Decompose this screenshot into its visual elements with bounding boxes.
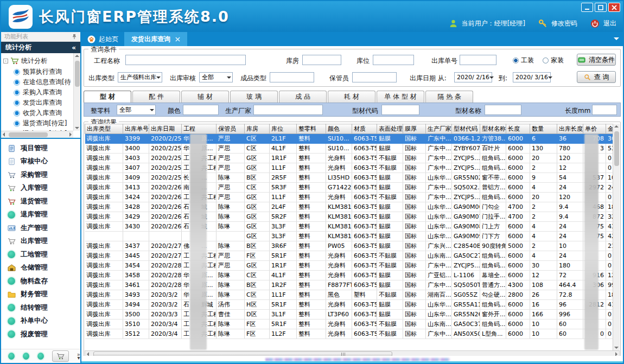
footer-dot-icon[interactable] xyxy=(37,353,44,360)
sidebar-menu-item[interactable]: 退库管理 xyxy=(1,208,80,222)
tree-expander-icon[interactable]: - xyxy=(3,59,8,63)
sidebar-menu-item[interactable]: 采购管理 xyxy=(1,168,80,182)
column-header[interactable]: 出库日期 xyxy=(149,124,182,134)
minimize-button[interactable] xyxy=(581,3,593,12)
tree-item[interactable]: 退货查询[待定] xyxy=(1,118,73,129)
pin-icon[interactable] xyxy=(72,34,77,40)
table-row[interactable]: 调拨出库34072020/2/25工 共工程严思G区1L1F整料光身料6063-… xyxy=(85,163,616,173)
product-type-input[interactable] xyxy=(270,72,314,82)
sidebar-menu-item[interactable]: 补单中心 xyxy=(1,315,80,328)
collapse-icon[interactable]: « xyxy=(72,44,76,52)
project-name-input[interactable] xyxy=(125,55,246,65)
column-header[interactable]: 颜色 xyxy=(326,124,352,134)
audit-select[interactable]: 全部 xyxy=(199,72,233,82)
table-row[interactable]: 调拨出库34942020/3/2石 辉城汤伟H区5R1F整料光身料6063-T5… xyxy=(85,300,616,310)
whole-part-select[interactable]: 全部 xyxy=(117,105,156,115)
clear-conditions-button[interactable]: 清空条件 xyxy=(577,54,616,66)
tab-home[interactable]: 起始页 xyxy=(81,32,124,46)
column-header[interactable]: 出库类型 xyxy=(85,124,123,134)
table-row[interactable]: 调拨出库35002020/3/3工 共工程曹佳D区3L1F整料LT3P60606… xyxy=(85,310,616,320)
sidebar-menu-item[interactable]: 仓储管理 xyxy=(1,261,80,275)
sidebar-menu-item[interactable]: 物料盘存 xyxy=(1,274,80,288)
table-row[interactable]: 调拨出库34452020/2/27工 共工程严思F区5R1F整料光身料6063-… xyxy=(85,251,616,261)
change-password-link[interactable]: 修改密码 xyxy=(551,19,577,28)
keeper-input[interactable] xyxy=(352,72,397,82)
sidebar-menu-item[interactable]: 项目管理 xyxy=(1,142,80,155)
footer-cart-button[interactable] xyxy=(52,350,69,362)
outbound-type-select[interactable]: 生产领料出库 xyxy=(118,72,162,82)
table-row[interactable]: 调拨出库34002020/2/25华 原...严思C区4L1F整料SU10...… xyxy=(85,144,616,154)
material-tab[interactable]: 隔 热 条 xyxy=(425,91,473,103)
sidebar-menu-item[interactable]: 生产管理 xyxy=(1,221,80,235)
material-tab[interactable]: 耗 材 xyxy=(328,91,375,103)
material-tab[interactable]: 玻 璃 xyxy=(230,91,278,103)
maximize-button[interactable] xyxy=(595,3,607,12)
date-from-select[interactable]: 2020/ 2/16 xyxy=(454,72,492,82)
sidebar-menu-item[interactable]: 结转管理 xyxy=(1,301,80,315)
column-header[interactable]: 库房 xyxy=(245,124,270,134)
logout-link[interactable]: 退出 xyxy=(603,19,616,28)
tab-close-icon[interactable] xyxy=(175,37,180,42)
tree-item[interactable]: 发货出库查询 xyxy=(1,98,73,108)
tree-vertical-scrollbar[interactable] xyxy=(73,53,80,131)
column-header[interactable]: 出库单号 xyxy=(123,124,149,134)
table-row[interactable]: 调拨出库34612020/2/28华 原...陈琳B区1R2F整料F8877FT… xyxy=(85,280,616,290)
tree-item[interactable]: 预算执行查询 xyxy=(1,67,73,77)
table-row[interactable]: 调拨出库35122020/3/4工 共工程陈琳F区1L2F整料光身料6063-T… xyxy=(85,329,616,339)
table-row[interactable]: 调拨出库34582020/2/28华 原...陈琳C区4L1F整料光身料6063… xyxy=(85,271,616,280)
table-row[interactable]: 调拨出库34542020/2/28工 共工程严思G区1R1F整料光身料6063-… xyxy=(85,261,616,271)
footer-dot-icon[interactable] xyxy=(23,353,29,360)
tree-item[interactable]: 采购入库查询 xyxy=(1,87,73,98)
sidebar-menu-item[interactable]: 入库管理 xyxy=(1,182,80,195)
material-tab[interactable]: 单 体 型 材 xyxy=(377,91,424,103)
sidebar-menu-item[interactable]: 审核中心 xyxy=(1,155,80,169)
radio-work-option[interactable]: 工装 xyxy=(513,56,534,65)
color-input[interactable] xyxy=(183,105,219,115)
profile-name-input[interactable] xyxy=(485,105,521,115)
material-tab[interactable]: 辅 材 xyxy=(181,91,229,103)
radio-home-option[interactable]: 家装 xyxy=(543,56,564,65)
column-header[interactable]: 数量 xyxy=(530,124,557,134)
table-row[interactable]: 调拨出库34032020/2/25工 共工程严思G区1R1F整料光身料6063-… xyxy=(85,154,616,163)
column-header[interactable]: 材质 xyxy=(352,124,377,134)
sidebar-menu-item[interactable]: 报废管理 xyxy=(1,328,80,341)
tab-overflow-icon[interactable] xyxy=(614,37,619,43)
profile-code-input[interactable] xyxy=(381,105,419,115)
footer-dot-icon[interactable] xyxy=(8,353,15,360)
column-header[interactable]: 整零料 xyxy=(297,124,326,134)
column-header[interactable]: 工程 xyxy=(182,124,217,134)
column-header[interactable]: 库位 xyxy=(270,124,297,134)
column-header[interactable]: 生产厂家 xyxy=(426,124,452,134)
sidebar-menu-item[interactable]: 出库管理 xyxy=(1,235,80,248)
table-row[interactable]: 调拨出库34282020/2/26石 城陈琳G区2L4F整料KLM3817606… xyxy=(85,202,616,212)
warehouse-input[interactable] xyxy=(302,55,341,65)
manufacturer-input[interactable] xyxy=(253,105,323,115)
search-button[interactable]: 查 询 xyxy=(577,71,616,83)
sidebar-section-header[interactable]: 统计分析 « xyxy=(1,42,80,53)
table-row[interactable]: 调拨出库34932020/3/2华 原...陈琳C区1L1F整料黑色塑料不贴膜国… xyxy=(85,290,616,300)
table-row[interactable]: 调拨出库33992020/2/25华 原...严思C区2L1F整料SU10...… xyxy=(85,134,616,144)
tree-item[interactable]: 在途信息查询[待 xyxy=(1,77,73,87)
table-row[interactable]: 调拨出库34302020/2/26石 城陈琳G区3L3F整料KLM3817606… xyxy=(85,222,616,232)
column-header[interactable]: 保管员 xyxy=(217,124,245,134)
sidebar-menu-item[interactable]: 工地管理 xyxy=(1,248,80,261)
tree-item[interactable]: 收货入库查询 xyxy=(1,108,73,118)
sidebar-menu-item[interactable]: 退货管理 xyxy=(1,195,80,208)
table-row[interactable]: 调拨出库34292020/2/26石 城陈琳G区5R2F整料KLM3817606… xyxy=(85,212,616,222)
table-row[interactable]: G区3L3F整料KLM38176063-T5贴膜国标山东华...GA90M09.… xyxy=(85,232,616,241)
tree-root[interactable]: - 统计分析 xyxy=(1,55,73,67)
material-tab[interactable]: 配 件 xyxy=(132,91,180,103)
column-header[interactable]: 长度 xyxy=(506,124,530,134)
column-header[interactable]: 单价 xyxy=(583,124,606,134)
column-header[interactable]: 型材名称 xyxy=(480,124,506,134)
location-input[interactable] xyxy=(373,55,414,65)
material-tab[interactable]: 成 品 xyxy=(279,91,327,103)
footer-more-button[interactable]: »▾ xyxy=(77,353,80,360)
table-vertical-scrollbar[interactable] xyxy=(613,124,620,350)
column-header[interactable]: 出库长度 xyxy=(557,124,583,134)
length-input[interactable] xyxy=(592,105,617,115)
table-row[interactable]: 调拨出库34242020/2/26工 共工程严思G区1L1F整料光身料6063-… xyxy=(85,193,616,202)
table-row[interactable]: 调拨出库34372020/2/27佛 ...陈琳B区3R6F整料PW056063… xyxy=(85,241,616,251)
tree-horizontal-scrollbar[interactable] xyxy=(1,131,73,138)
order-no-input[interactable] xyxy=(460,55,496,65)
